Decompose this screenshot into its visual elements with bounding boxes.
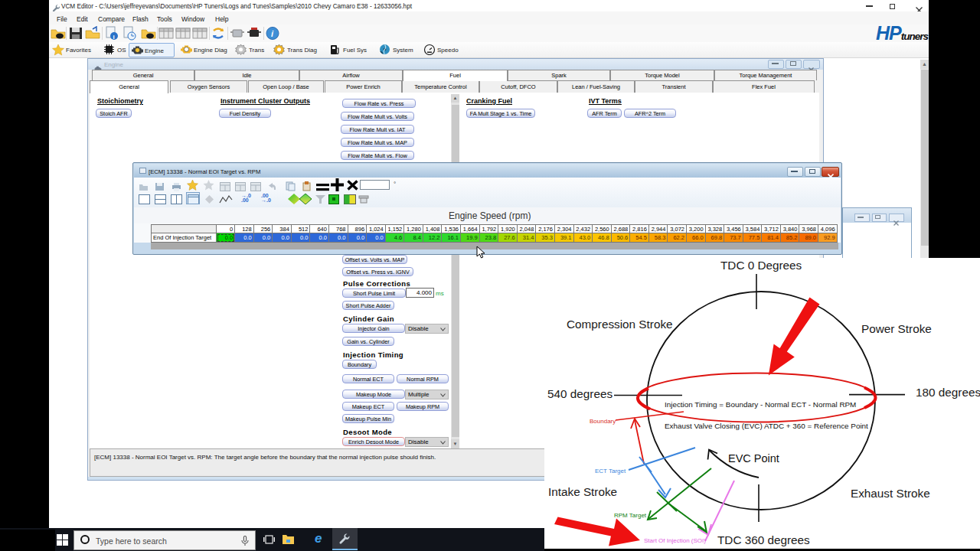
svg-text:Boundary: Boundary (590, 418, 616, 425)
svg-text:180 degrees: 180 degrees (916, 386, 980, 399)
svg-text:Power Stroke: Power Stroke (861, 322, 932, 335)
svg-text:i: i (113, 34, 115, 41)
svg-text:TDC 0 Degrees: TDC 0 Degrees (720, 259, 802, 272)
svg-text:Injection Timing = Boundary -: Injection Timing = Boundary - Normal ECT… (665, 400, 856, 409)
svg-text:Start Of Injection (SOI): Start Of Injection (SOI) (644, 537, 706, 544)
svg-text:Compression Stroke: Compression Stroke (567, 318, 673, 331)
svg-text:EVC Point: EVC Point (728, 452, 779, 465)
svg-text:RPM Target: RPM Target (614, 512, 647, 519)
svg-text:TDC 360 degrees: TDC 360 degrees (717, 533, 810, 546)
svg-text:ECT Target: ECT Target (595, 468, 626, 474)
svg-text:Intake Stroke: Intake Stroke (548, 485, 617, 498)
svg-text:Exhaust Stroke: Exhaust Stroke (851, 487, 930, 500)
svg-text:540 degrees: 540 degrees (547, 387, 612, 400)
svg-text:Exhaust Valve Closing (EVC) AT: Exhaust Valve Closing (EVC) ATDC + 360 =… (665, 422, 868, 430)
